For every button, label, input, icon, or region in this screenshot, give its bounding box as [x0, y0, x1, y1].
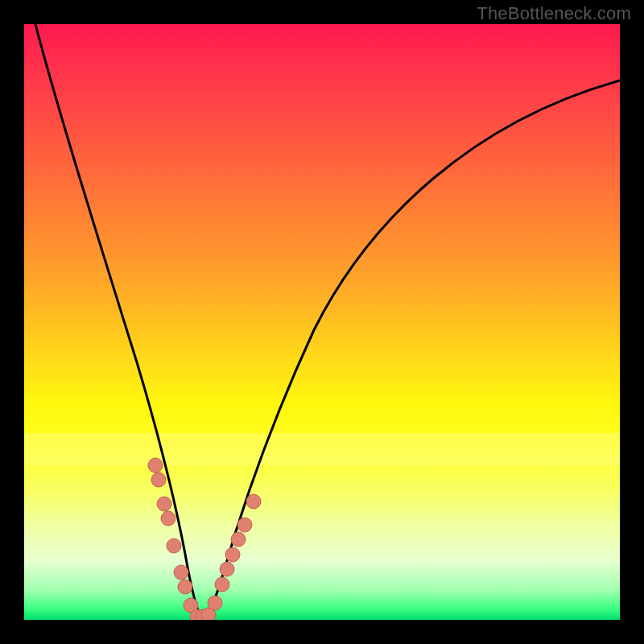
sample-dot — [174, 565, 188, 580]
scatter-group — [148, 458, 261, 620]
sample-dot — [167, 539, 181, 553]
chart-container: TheBottleneck.com — [0, 0, 644, 644]
sample-dot — [215, 577, 229, 592]
watermark-label: TheBottleneck.com — [477, 3, 631, 24]
sample-dot — [231, 532, 246, 547]
sample-dot — [225, 547, 240, 562]
bottleneck-curve — [35, 24, 620, 618]
sample-dot — [161, 511, 175, 526]
plot-area — [24, 24, 620, 620]
sample-dot — [220, 562, 234, 576]
sample-dot — [246, 494, 261, 509]
sample-dot — [178, 580, 192, 594]
sample-dot — [237, 518, 252, 532]
sample-dot — [157, 497, 171, 511]
sample-dot — [208, 596, 222, 610]
sample-dot — [148, 458, 163, 473]
chart-svg — [24, 24, 620, 620]
sample-dot — [151, 473, 166, 487]
